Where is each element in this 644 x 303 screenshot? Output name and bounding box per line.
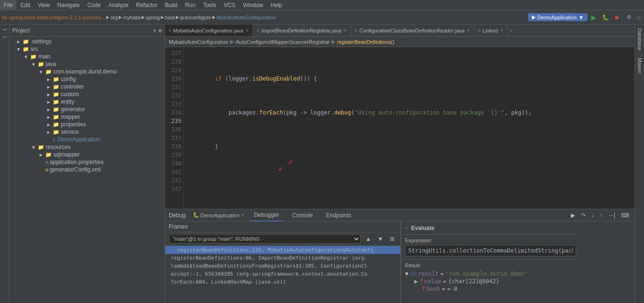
stack-frame-1[interactable]: registerBeanDefinitions:86, ImportBeanDe…: [165, 254, 400, 262]
tree-item-java[interactable]: ▼ 📁 java: [9, 60, 165, 68]
result-section: Result: ▼ oo result = "com.example.durid…: [401, 260, 580, 303]
menu-navigate[interactable]: Navigate: [54, 0, 83, 10]
expression-input[interactable]: [405, 245, 576, 256]
tree-item-mapper[interactable]: ▶ 📁 mapper: [9, 113, 165, 121]
tree-label-properties-folder: properties: [61, 121, 86, 128]
debug-app-close[interactable]: ✕: [240, 212, 245, 218]
stop-button[interactable]: ■: [613, 13, 620, 22]
tab-mybatis-close[interactable]: ✕: [245, 28, 249, 33]
frame-up-btn[interactable]: ▲: [363, 235, 373, 243]
folder-icon-sqlmapper: 📁: [45, 152, 52, 158]
tree-item-generator-config[interactable]: ⚙ generatorConfig.xml: [9, 166, 165, 173]
menu-analyze[interactable]: Analyze: [105, 0, 132, 10]
run-config[interactable]: ▶ DemoApplication ▼: [528, 13, 587, 21]
result-expand-value[interactable]: ▶: [414, 278, 418, 285]
tree-item-custom[interactable]: ▶ 📁 custom: [9, 90, 165, 98]
menu-view[interactable]: View: [34, 0, 54, 10]
run-button[interactable]: ▶: [589, 13, 598, 22]
tree-item-controller[interactable]: ▶ 📁 controller: [9, 83, 165, 90]
tree-item-entity[interactable]: ▶ 📁 entity: [9, 98, 165, 106]
breadcrumb-nav: MybatisAutoConfiguration ▶ AutoConfigure…: [165, 37, 635, 47]
menu-file[interactable]: File: [0, 0, 17, 10]
evaluate-btn[interactable]: ⌨: [619, 211, 631, 220]
stack-frame-3[interactable]: accept:-1, 656349395 (org.springframewor…: [165, 270, 400, 278]
editor-area: c MybatisAutoConfiguration.java ✕ c Impo…: [165, 25, 635, 209]
project-panel: Project + ⚙ ▶ 📁 .settings ▼ 📁 src: [9, 25, 165, 303]
resume-btn[interactable]: ▶: [569, 211, 577, 220]
menu-code[interactable]: Code: [83, 0, 105, 10]
menu-refactor[interactable]: Refactor: [132, 0, 161, 10]
stack-frame-0[interactable]: ✓ registerBeanDefinitions:235, MybatisAu…: [165, 246, 400, 254]
frame-selector[interactable]: "main"@1 in group "main": RUNNING: [169, 234, 361, 244]
stack-label-0: registerBeanDefinitions:235, MybatisAuto…: [177, 247, 373, 253]
project-add-btn[interactable]: +: [153, 27, 157, 34]
result-expand-root[interactable]: ▼: [405, 270, 408, 277]
result-child-hash: f hash = = 0: [405, 285, 576, 293]
debug-tab-endpoints[interactable]: Endpoints: [322, 209, 355, 221]
menu-edit[interactable]: Edit: [17, 0, 34, 10]
tree-arrow-properties-folder: ▶: [47, 122, 53, 127]
stack-frame-4[interactable]: forEach:684, LinkedHashMap (java.util: [165, 278, 400, 286]
learn-tab-icon[interactable]: L: [2, 34, 7, 41]
tree-item-main[interactable]: ▼ 📁 main: [9, 53, 165, 60]
run-config-name: DemoApplication: [537, 15, 577, 20]
tree-item-sqlmapper[interactable]: ▶ 📁 sqlmapper: [9, 151, 165, 158]
tree-label-generator-config: generatorConfig.xml: [50, 166, 101, 173]
menu-tools[interactable]: Tools: [199, 0, 220, 10]
maximize-btn[interactable]: □: [635, 14, 642, 21]
tab-config-close[interactable]: ✕: [466, 28, 470, 33]
tab-linked[interactable]: c Linked ✕: [474, 25, 507, 37]
tab-linked-close[interactable]: ✕: [500, 28, 504, 33]
bc-spring: spring: [146, 15, 160, 20]
linked-tab-icon: c: [478, 28, 480, 33]
project-header-actions: + ⚙: [153, 27, 162, 34]
menu-vcs[interactable]: VCS: [220, 0, 239, 10]
rtab-maven[interactable]: Maven: [636, 54, 644, 77]
tab-import-close[interactable]: ✕: [343, 28, 347, 33]
tree-item-service[interactable]: ▶ 📁 service: [9, 128, 165, 136]
run-config-dropdown[interactable]: ▼: [578, 15, 584, 20]
menu-help[interactable]: Help: [267, 0, 286, 10]
tree-item-package[interactable]: ▼ 📁 com.example.durid.demo: [9, 68, 165, 75]
tree-item-app-properties[interactable]: ⚙ application.properties: [9, 158, 165, 166]
step-over-btn[interactable]: ↷: [579, 211, 587, 220]
tab-import[interactable]: c ImportBeanDefinitionRegistrar.java ✕: [253, 25, 351, 37]
stack-frame-2[interactable]: lambda$loadBeanDefinitionsFromRegistrars…: [165, 262, 400, 270]
run-to-cursor-btn[interactable]: →|: [606, 211, 617, 220]
breadcrumb-class: MybatisAutoConfiguration: [169, 39, 228, 45]
frame-filter-btn[interactable]: ⊞: [388, 235, 396, 243]
tab-config[interactable]: c ConfigurationClassBeanDefinitionReader…: [351, 25, 474, 37]
rtab-database[interactable]: Database: [636, 25, 644, 54]
tree-label-src: src: [31, 46, 38, 52]
debug-app-name[interactable]: 🐛 DemoApplication ✕: [193, 212, 245, 218]
tree-label-resources: resources: [46, 144, 71, 150]
project-settings-btn[interactable]: ⚙: [158, 27, 162, 34]
tree-item-resources[interactable]: ▼ 📁 resources: [9, 143, 165, 151]
menu-run[interactable]: Run: [182, 0, 199, 10]
debug-button[interactable]: 🐛: [600, 13, 611, 22]
expression-label: Expression:: [405, 237, 576, 243]
tree-item-demoapplication[interactable]: c DemoApplication: [9, 136, 165, 143]
bc-org: org: [110, 15, 118, 20]
code-content[interactable]: if (logger.isDebugEnabled()) { packages.…: [184, 47, 635, 209]
tab-more[interactable]: »: [510, 27, 513, 34]
bc-autoconfigure: autoconfigure: [180, 15, 212, 20]
tab-mybatis[interactable]: c MybatisAutoConfiguration.java ✕: [165, 25, 253, 37]
project-tab-icon[interactable]: 1: [2, 26, 7, 33]
menu-build[interactable]: Build: [161, 0, 182, 10]
tree-item-src[interactable]: ▼ 📁 src: [9, 45, 165, 53]
settings-btn[interactable]: ⚙: [625, 13, 633, 21]
debug-tab-debugger[interactable]: Debugger: [250, 209, 283, 221]
import-tab-icon: c: [257, 28, 259, 33]
debug-tab-console[interactable]: Console: [289, 209, 317, 221]
step-out-btn[interactable]: ↑: [598, 211, 604, 220]
tree-item-properties-folder[interactable]: ▶ 📁 properties: [9, 121, 165, 128]
tree-arrow-sqlmapper: ▶: [40, 152, 45, 157]
menu-window[interactable]: Window: [239, 0, 267, 10]
tree-item-generator[interactable]: ▶ 📁 generator: [9, 106, 165, 113]
tree-label-generator: generator: [61, 106, 85, 113]
tree-item-config[interactable]: ▶ 📁 config: [9, 75, 165, 83]
step-into-btn[interactable]: ↓: [589, 211, 596, 220]
tree-item-settings[interactable]: ▶ 📁 .settings: [9, 38, 165, 45]
frame-down-btn[interactable]: ▼: [376, 235, 385, 243]
